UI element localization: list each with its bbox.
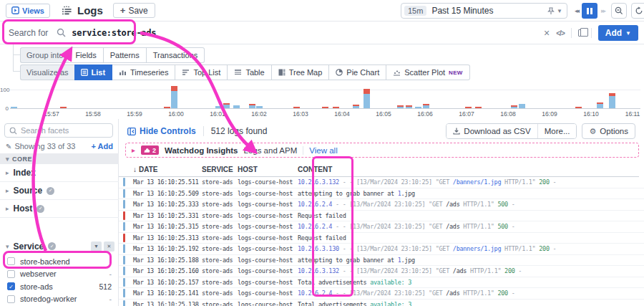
clear-search-icon[interactable]: × (544, 27, 550, 39)
histogram-bar[interactable] (364, 89, 370, 108)
facet-group-host[interactable]: ▸ Host ✓ (0, 200, 119, 218)
view-all-link[interactable]: View all (309, 146, 337, 155)
facet-value-store-backend[interactable]: store-backend- (0, 255, 119, 268)
log-row[interactable]: Mar 13 16:10:25.188store-adslogs-course-… (119, 255, 644, 267)
core-section-header[interactable]: ▾ CORE (0, 153, 119, 164)
pause-button[interactable] (582, 3, 597, 19)
refresh-button[interactable] (631, 3, 644, 19)
step-forward-icon[interactable]: ▸▸ (599, 7, 607, 14)
code-view-icon[interactable]: </> (556, 29, 564, 37)
tab-table[interactable]: Table (228, 64, 271, 80)
histogram-bar[interactable] (333, 107, 339, 108)
copy-icon[interactable] (578, 29, 585, 37)
histogram-bar[interactable] (60, 107, 67, 108)
checkbox[interactable] (7, 257, 15, 265)
tab-top-list[interactable]: Top List (175, 64, 228, 80)
facet-search-input[interactable]: Search facets (4, 123, 113, 138)
histogram-bar[interactable] (249, 104, 255, 108)
hide-controls-button[interactable]: Hide Controls (127, 126, 196, 136)
tab-list[interactable]: List (74, 64, 113, 80)
column-service[interactable]: SERVICE (202, 166, 238, 173)
histogram-bar[interactable] (519, 104, 525, 108)
facet-value-webserver[interactable]: webserver- (0, 268, 119, 281)
views-button[interactable]: Views (6, 4, 50, 18)
histogram-bar[interactable] (415, 107, 421, 108)
histogram-bar[interactable] (465, 107, 472, 108)
log-date: Mar 13 16:10:25.511 (133, 178, 202, 186)
add-button[interactable]: Add ▼ (598, 25, 638, 41)
log-row[interactable]: Mar 13 16:10:25.331store-adslogs-course-… (119, 211, 644, 222)
histogram-bar[interactable] (215, 106, 222, 108)
tab-scatter-plot[interactable]: Scatter Plot NEW (386, 64, 469, 80)
histogram-bar[interactable] (171, 86, 177, 108)
step-back-icon[interactable]: ◂◂ (572, 7, 580, 14)
log-row[interactable]: Mar 13 16:10:25.192store-adslogs-course-… (119, 244, 644, 255)
filter-icon[interactable]: ▼ (91, 242, 102, 252)
search-query-input[interactable]: service:store-ads (72, 28, 156, 38)
log-row[interactable]: Mar 13 16:10:25.141store-adslogs-course-… (119, 288, 644, 300)
facet-group-source[interactable]: ▸ Source ✓ (0, 182, 119, 200)
watchdog-insights-banner[interactable]: ▸ 2 Watchdog Insights Logs and APM View … (125, 143, 639, 158)
histogram-bar[interactable] (511, 105, 517, 108)
tab-transactions[interactable]: Transactions (147, 47, 205, 63)
histogram-bar[interactable] (597, 102, 603, 108)
more-button[interactable]: More... (537, 124, 577, 138)
histogram-bar[interactable] (322, 107, 328, 108)
column-content[interactable]: CONTENT (298, 166, 332, 173)
log-row[interactable]: Mar 13 16:10:25.313store-adslogs-course-… (119, 233, 644, 244)
facet-group-index[interactable]: ▸ Index (0, 164, 119, 182)
log-volume-histogram[interactable]: 100 0 15:5715:5815:5916:0016:0116:0216:0… (0, 80, 644, 118)
facet-group-service[interactable]: ▾ Service ✓ ▼ ✕ (0, 237, 119, 255)
options-button[interactable]: ⚙ Options (582, 123, 635, 139)
histogram-bar[interactable] (475, 107, 482, 108)
histogram-bar[interactable] (423, 104, 429, 108)
log-service: store-ads (202, 190, 238, 197)
log-date: Mar 13 16:10:25.188 (133, 257, 202, 264)
checkbox[interactable]: ✓ (7, 282, 15, 290)
column-host[interactable]: HOST (238, 166, 298, 173)
histogram-bar[interactable] (397, 105, 404, 108)
x-tick-label: 16:07 (459, 110, 474, 118)
chevron-down-icon[interactable]: ▼ (557, 8, 562, 14)
checkbox[interactable] (7, 295, 15, 303)
pencil-icon[interactable]: ✎ (6, 143, 11, 150)
histogram-bar[interactable] (11, 107, 17, 108)
histogram-bar[interactable] (223, 103, 230, 108)
add-facet-button[interactable]: + Add (92, 142, 113, 150)
histogram-bar[interactable] (353, 105, 359, 108)
column-date[interactable]: ↓DATE (133, 166, 202, 173)
tab-timeseries[interactable]: Timeseries (112, 64, 175, 80)
scatter-plot-icon (393, 69, 401, 76)
zoom-out-button[interactable] (611, 3, 627, 19)
log-row[interactable]: Mar 13 16:10:25.511store-adslogs-course-… (119, 177, 644, 188)
tab-tree-map[interactable]: Tree Map (272, 64, 330, 80)
histogram-bar[interactable] (233, 105, 240, 108)
log-row[interactable]: Mar 13 16:10:25.315store-adslogs-course-… (119, 221, 644, 233)
facet-value-store-ads[interactable]: ✓store-ads512 (0, 280, 119, 293)
showing-count: Showing 33 of 33 (14, 142, 75, 150)
log-row[interactable]: Mar 13 16:10:25.160store-adslogs-course-… (119, 266, 644, 277)
save-button[interactable]: + Save (113, 3, 155, 18)
chevron-right-icon[interactable]: ▸ (132, 146, 135, 154)
checkbox[interactable] (7, 270, 15, 278)
tab-fields[interactable]: Fields (69, 47, 103, 63)
log-date: Mar 13 16:10:25.333 (133, 201, 202, 208)
log-host: logs-course-host (238, 279, 298, 286)
facet-value-storedog-worker[interactable]: storedog-worker- (0, 293, 119, 306)
download-csv-button[interactable]: Download as CSV (447, 124, 537, 138)
histogram-bar[interactable] (293, 107, 300, 108)
histogram-bar[interactable] (575, 107, 582, 108)
log-row[interactable]: Mar 13 16:10:25.138store-adslogs-course-… (119, 300, 644, 306)
histogram-bar[interactable] (256, 106, 263, 108)
log-row[interactable]: Mar 13 16:10:25.157store-adslogs-course-… (119, 277, 644, 289)
clear-filter-icon[interactable]: ✕ (104, 242, 114, 252)
tab-patterns[interactable]: Patterns (104, 47, 147, 63)
pin-icon[interactable] (547, 7, 555, 15)
histogram-bar[interactable] (609, 93, 615, 108)
histogram-bar[interactable] (164, 107, 170, 108)
histogram-bar[interactable] (406, 105, 412, 108)
log-row[interactable]: Mar 13 16:10:25.333store-adslogs-course-… (119, 199, 644, 211)
log-row[interactable]: Mar 13 16:10:25.509store-adslogs-course-… (119, 188, 644, 200)
tab-pie-chart[interactable]: Pie Chart (329, 64, 386, 80)
time-range-selector[interactable]: 15m Past 15 Minutes ▼ (401, 3, 567, 19)
